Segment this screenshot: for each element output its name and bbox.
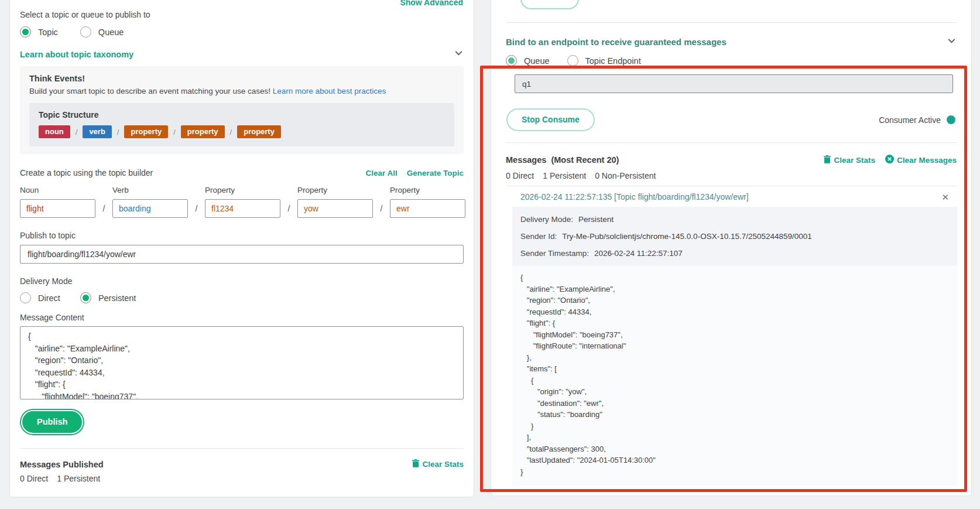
try-me-page: Show Advanced Select a topic or queue to… [0, 0, 980, 509]
consumer-status: Consumer Active [879, 115, 957, 125]
generate-topic-link[interactable]: Generate Topic [407, 169, 464, 177]
subscriber-persistent-count: 1 Persistent [543, 171, 586, 180]
messages-links: Clear Stats Clear Messages [824, 155, 957, 165]
delivery-mode-label: Delivery Mode [20, 276, 464, 286]
select-destination-label: Select a topic or queue to publish to [20, 10, 464, 19]
field-separator: / [188, 204, 205, 218]
radio-queue[interactable]: Queue [80, 26, 124, 37]
verb-input[interactable] [112, 199, 188, 218]
chevron-down-icon[interactable] [454, 48, 464, 60]
publisher-clear-stats-link[interactable]: Clear Stats [412, 459, 464, 469]
close-icon[interactable]: ✕ [941, 193, 949, 201]
radio-endpoint-queue-label: Queue [524, 56, 550, 66]
radio-topic-endpoint-control[interactable] [567, 55, 578, 66]
subscriber-counts: 0 Direct 1 Persistent 0 Non-Persistent [506, 171, 957, 180]
received-message-header: 2026-02-24 11:22:57:135 [Topic flight/bo… [512, 186, 957, 207]
meta-sender-id-label: Sender Id: [520, 232, 557, 241]
property-2-input[interactable] [297, 199, 373, 218]
field-property-1-label: Property [205, 186, 280, 194]
think-events-box: Think Events! Build your smart topic to … [20, 66, 464, 154]
radio-queue-control[interactable] [80, 26, 91, 37]
radio-persistent-control[interactable] [80, 292, 91, 303]
bind-section-header: Bind to an endpoint to receive guarantee… [506, 36, 957, 48]
best-practices-link[interactable]: Learn more about best practices [273, 87, 386, 95]
think-events-title: Think Events! [29, 74, 454, 83]
subscriber-divider [506, 142, 957, 143]
received-message-card: 2026-02-24 11:22:57:135 [Topic flight/bo… [512, 186, 957, 486]
noun-input[interactable] [20, 199, 95, 218]
topic-builder-fields: Noun / Verb / Property / Property / Prop… [20, 186, 464, 218]
stop-consume-button[interactable]: Stop Consume [506, 108, 595, 131]
received-message-title: 2026-02-24 11:22:57:135 [Topic flight/bo… [520, 192, 749, 201]
field-property-2-label: Property [297, 186, 373, 194]
radio-topic-endpoint[interactable]: Topic Endpoint [567, 55, 641, 66]
badge-property: property [237, 125, 281, 138]
topic-structure-box: Topic Structure noun / verb / property /… [29, 103, 454, 146]
field-separator: / [373, 204, 390, 218]
messages-published-header: Messages Published Clear Stats [20, 459, 464, 469]
field-property-3-label: Property [390, 186, 465, 194]
clear-all-link[interactable]: Clear All [365, 169, 397, 177]
field-property-3: Property [390, 186, 465, 218]
property-3-input[interactable] [390, 199, 465, 218]
taxonomy-section-header: Learn about topic taxonomy [20, 48, 464, 60]
meta-sender-id-value: Try-Me-Pub/solclientjs/chrome-145.0.0-OS… [562, 232, 812, 241]
taxonomy-link[interactable]: Learn about topic taxonomy [20, 50, 133, 59]
field-separator: / [95, 204, 112, 218]
trash-icon [824, 155, 831, 165]
consumer-active-dot [947, 115, 955, 124]
meta-delivery-mode-value: Persistent [578, 215, 614, 224]
radio-topic[interactable]: Topic [20, 26, 58, 37]
subscriber-panel: Bind to an endpoint to receive guarantee… [491, 0, 972, 496]
topic-structure-badges: noun / verb / property / property / prop… [39, 125, 445, 138]
clear-messages-link[interactable]: Clear Messages [885, 155, 957, 165]
messages-title: Messages (Most Recent 20) [506, 155, 619, 165]
radio-direct-label: Direct [38, 293, 60, 303]
radio-queue-label: Queue [98, 28, 124, 37]
subscriber-top-area [506, 0, 957, 23]
queue-name-input[interactable] [515, 74, 953, 93]
radio-endpoint-queue-control[interactable] [506, 55, 517, 66]
received-message-metadata: Delivery Mode: Persistent Sender Id: Try… [512, 207, 957, 266]
clear-messages-label: Clear Messages [897, 156, 957, 165]
publisher-direct-count: 0 Direct [20, 474, 48, 483]
badge-verb: verb [83, 125, 111, 138]
message-content-textarea[interactable]: { "airline": "ExampleAirline", "region":… [20, 326, 464, 399]
think-events-body: Build your smart topic to describe an ev… [29, 87, 454, 95]
badge-noun: noun [39, 125, 70, 138]
topic-structure-title: Topic Structure [39, 110, 445, 119]
subscriber-non-persistent-count: 0 Non-Persistent [595, 171, 656, 180]
topic-builder-title: Create a topic using the topic builder [20, 168, 153, 177]
radio-direct[interactable]: Direct [20, 292, 60, 303]
field-noun: Noun [20, 186, 95, 218]
bind-header-title: Bind to an endpoint to receive guarantee… [506, 37, 727, 47]
consumer-status-label: Consumer Active [879, 115, 941, 125]
destination-radio-group: Topic Queue [20, 26, 464, 37]
publisher-counts: 0 Direct 1 Persistent [20, 474, 464, 483]
badge-separator: / [76, 128, 78, 136]
field-property-1: Property [205, 186, 280, 218]
think-events-text: Build your smart topic to describe an ev… [29, 87, 273, 95]
message-content-value: { "airline": "ExampleAirline", "region":… [28, 330, 455, 399]
endpoint-radio-group: Queue Topic Endpoint [506, 55, 957, 66]
field-verb-label: Verb [112, 186, 188, 194]
publish-to-topic-label: Publish to topic [20, 231, 464, 240]
meta-delivery-mode: Delivery Mode: Persistent [520, 211, 949, 228]
show-advanced-link[interactable]: Show Advanced [400, 0, 463, 7]
radio-direct-control[interactable] [20, 292, 31, 303]
radio-topic-control[interactable] [20, 26, 31, 37]
delivery-mode-radio-group: Direct Persistent [20, 292, 464, 303]
subscribe-button-cutoff[interactable] [520, 0, 579, 9]
chevron-down-icon[interactable] [947, 36, 957, 48]
publish-topic-input[interactable] [20, 245, 464, 264]
publisher-divider [20, 448, 464, 449]
subscriber-direct-count: 0 Direct [506, 171, 534, 180]
property-1-input[interactable] [205, 199, 280, 218]
topic-builder-header: Create a topic using the topic builder C… [20, 168, 464, 177]
badge-separator: / [230, 128, 232, 136]
publish-button[interactable]: Publish [21, 410, 83, 434]
radio-endpoint-queue[interactable]: Queue [506, 55, 550, 66]
subscriber-clear-stats-link[interactable]: Clear Stats [824, 155, 875, 165]
radio-persistent[interactable]: Persistent [80, 292, 136, 303]
topic-builder-links: Clear All Generate Topic [365, 169, 464, 177]
